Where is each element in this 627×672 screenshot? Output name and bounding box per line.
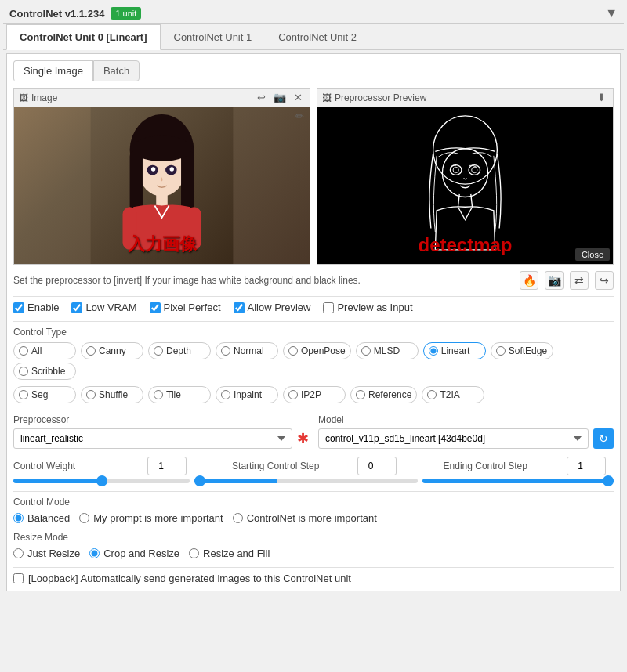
preprocessor-label: Preprocessor [13, 414, 309, 425]
ending-step-slider[interactable] [422, 479, 614, 483]
title-bar: ControlNet v1.1.234 1 unit ▼ [3, 3, 624, 24]
radio-reference[interactable]: Reference [350, 386, 417, 403]
radio-controlnet-important[interactable]: ControlNet is more important [233, 512, 377, 524]
ending-step-input[interactable] [567, 457, 606, 475]
fire-icon[interactable]: 🔥 [520, 271, 538, 290]
outer-tabs: ControlNet Unit 0 [Lineart] ControlNet U… [3, 24, 624, 50]
starting-step-input[interactable] [357, 457, 397, 475]
starting-step-label: Starting Control Step [199, 461, 353, 471]
refresh-button[interactable]: ↻ [593, 428, 614, 449]
radio-mlsd[interactable]: MLSD [356, 342, 419, 359]
preprocessor-icon: 🖼 [322, 92, 332, 103]
radio-inpaint[interactable]: Inpaint [216, 386, 278, 403]
radio-normal[interactable]: Normal [216, 342, 278, 359]
arrows-icon[interactable]: ⇄ [570, 271, 589, 290]
control-type-row1: All Canny Depth Normal OpenPose MLSD Lin… [13, 342, 614, 383]
preprocessor-model-row: Preprocessor lineart_realistic ✱ Model c… [13, 414, 614, 449]
radio-lineart[interactable]: Lineart [423, 342, 486, 359]
collapse-icon[interactable]: ▼ [605, 6, 618, 20]
image-icon: 🖼 [19, 92, 28, 103]
star-button[interactable]: ✱ [297, 430, 309, 447]
title-bar-left: ControlNet v1.1.234 1 unit [9, 7, 141, 20]
radio-crop-resize[interactable]: Crop and Resize [89, 547, 179, 559]
radio-canny[interactable]: Canny [81, 342, 143, 359]
radio-openpose[interactable]: OpenPose [283, 342, 351, 359]
close-left-icon[interactable]: ✕ [292, 91, 305, 104]
image-row: 🖼 Image ↩ 📷 ✕ [13, 88, 614, 265]
radio-softedge[interactable]: SoftEdge [491, 342, 553, 359]
tab-unit-2[interactable]: ControlNet Unit 2 [265, 24, 370, 50]
svg-point-5 [132, 135, 191, 161]
preprocessor-dropdown[interactable]: lineart_realistic [13, 428, 292, 449]
left-panel-label-row: 🖼 Image [19, 92, 57, 103]
left-overlay-text: 入力画像 [128, 233, 197, 256]
control-type-label: Control Type [13, 327, 614, 338]
pen-icon[interactable]: ✏ [293, 110, 306, 123]
control-type-row2: Seg Shuffle Tile Inpaint IP2P Reference … [13, 386, 614, 406]
checkbox-low-vram[interactable]: Low VRAM [71, 302, 136, 313]
right-panel-label-row: 🖼 Preprocessor Preview [322, 92, 426, 103]
right-panel-controls: ⬇ [595, 91, 608, 104]
radio-scribble[interactable]: Scribble [13, 363, 76, 380]
camera-icon[interactable]: 📷 [271, 91, 288, 104]
checkbox-enable[interactable]: Enable [13, 302, 59, 313]
left-image-area[interactable]: 入力画像 Start drawing [14, 107, 310, 264]
divider-3 [13, 491, 614, 492]
divider-1 [13, 296, 614, 297]
svg-point-9 [170, 167, 174, 171]
model-dropdown[interactable]: control_v11p_sd15_lineart [43d4be0d] [318, 428, 589, 449]
control-weight-input[interactable] [147, 457, 187, 475]
radio-depth[interactable]: Depth [148, 342, 211, 359]
right-image-content: detectmap [317, 107, 613, 264]
curve-icon[interactable]: ↪ [595, 271, 614, 290]
close-button[interactable]: Close [575, 248, 610, 261]
unit-badge: 1 unit [111, 7, 141, 20]
inner-panel: Single Image Batch 🖼 Image ↩ 📷 ✕ [6, 53, 621, 591]
tab-single-image[interactable]: Single Image [13, 60, 93, 81]
undo-icon[interactable]: ↩ [255, 91, 268, 104]
radio-ip2p[interactable]: IP2P [283, 386, 346, 403]
starting-step-slider[interactable] [194, 479, 418, 483]
hint-icons: 🔥 📷 ⇄ ↪ [520, 271, 614, 290]
right-panel-label: Preprocessor Preview [335, 92, 426, 103]
camera-hint-icon[interactable]: 📷 [545, 271, 564, 290]
resize-mode-options: Just Resize Crop and Resize Resize and F… [13, 547, 614, 559]
radio-seg[interactable]: Seg [13, 386, 76, 403]
radio-just-resize[interactable]: Just Resize [13, 547, 80, 559]
radio-tile[interactable]: Tile [148, 386, 211, 403]
svg-rect-10 [156, 193, 168, 207]
left-panel-controls: ↩ 📷 ✕ [255, 91, 305, 104]
loopback-label: [Loopback] Automatically send generated … [28, 573, 351, 584]
radio-shuffle[interactable]: Shuffle [81, 386, 143, 403]
tab-unit-0[interactable]: ControlNet Unit 0 [Lineart] [6, 24, 161, 50]
controlnet-panel: ControlNet v1.1.234 1 unit ▼ ControlNet … [0, 0, 627, 598]
right-image-panel: 🖼 Preprocessor Preview ⬇ [317, 88, 614, 265]
control-weight-label: Control Weight [13, 461, 143, 471]
control-weight-slider[interactable] [13, 479, 190, 483]
radio-balanced[interactable]: Balanced [13, 512, 70, 524]
left-panel-header: 🖼 Image ↩ 📷 ✕ [14, 89, 310, 107]
right-panel-header: 🖼 Preprocessor Preview ⬇ [317, 89, 613, 107]
download-icon[interactable]: ⬇ [595, 91, 608, 104]
radio-all[interactable]: All [13, 342, 76, 359]
left-panel-label: Image [31, 92, 57, 103]
left-image-content: 入力画像 [14, 107, 310, 264]
model-label: Model [318, 414, 614, 425]
divider-2 [13, 321, 614, 322]
loopback-checkbox[interactable] [13, 573, 24, 583]
radio-resize-fill[interactable]: Resize and Fill [189, 547, 270, 559]
radio-t2ia[interactable]: T2IA [422, 386, 484, 403]
tab-batch[interactable]: Batch [93, 60, 140, 81]
tab-unit-1[interactable]: ControlNet Unit 1 [161, 24, 266, 50]
control-mode-section: Control Mode Balanced My prompt is more … [13, 497, 614, 524]
svg-point-8 [151, 167, 155, 171]
resize-mode-label: Resize Mode [13, 532, 614, 543]
model-select-row: control_v11p_sd15_lineart [43d4be0d] ↻ [318, 428, 614, 449]
checkbox-allow-preview[interactable]: Allow Preview [234, 302, 311, 313]
checkbox-preview-as-input[interactable]: Preview as Input [323, 302, 412, 313]
checkbox-pixel-perfect[interactable]: Pixel Perfect [150, 302, 221, 313]
preprocessor-select-row: lineart_realistic ✱ [13, 428, 309, 449]
radio-prompt-important[interactable]: My prompt is more important [79, 512, 223, 524]
model-col: Model control_v11p_sd15_lineart [43d4be0… [318, 414, 614, 449]
hint-row: Set the preprocessor to [invert] If your… [13, 271, 614, 290]
